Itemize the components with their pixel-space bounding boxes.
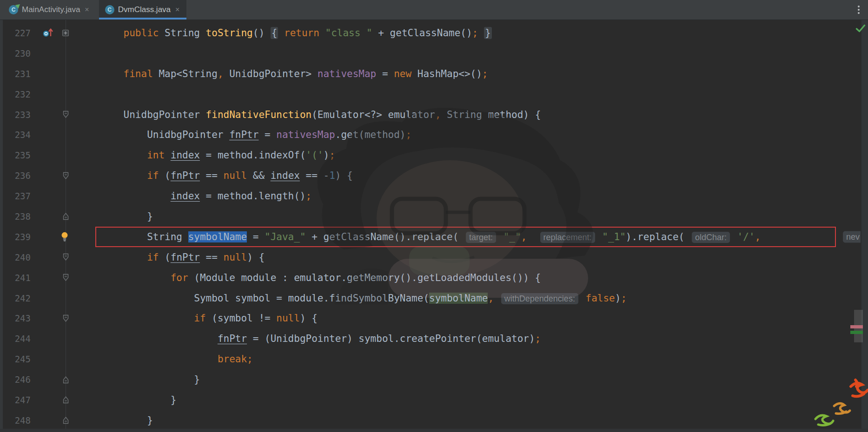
fold-expand-start-icon[interactable] — [59, 253, 73, 261]
code-token: findNativeFunction — [206, 109, 312, 120]
error-stripe-mark-pink[interactable] — [850, 325, 863, 328]
code-token: 1 — [329, 170, 335, 181]
gutter-line-number[interactable]: 243 — [0, 313, 37, 323]
code-token — [165, 150, 171, 161]
code-token: "class " — [325, 27, 372, 39]
code-token: (symbol != — [206, 313, 277, 324]
code-text: int index = method.indexOf('('); — [73, 150, 335, 161]
code-line: 232 — [0, 84, 861, 105]
code-text: public String toString() { return "class… — [73, 27, 492, 39]
code-text: for (Module module : emulator.getMemory(… — [73, 272, 541, 283]
code-line: 248 } — [0, 410, 861, 431]
fold-expand-end-icon[interactable] — [59, 376, 73, 384]
code-token: () — [253, 27, 271, 39]
code-token — [527, 231, 538, 242]
tab-mainactivity[interactable]: C MainActivity.java × — [3, 0, 96, 20]
gutter-line-number[interactable]: 239 — [0, 232, 37, 242]
code-token: ( — [159, 170, 170, 181]
code-token — [731, 231, 737, 242]
fold-expand-start-icon[interactable] — [59, 111, 73, 118]
lightbulb-icon[interactable] — [54, 232, 75, 242]
gutter-line-number[interactable]: 231 — [0, 69, 37, 79]
code-token: } — [484, 27, 492, 39]
code-token: , — [521, 231, 527, 242]
code-token — [478, 27, 484, 39]
code-token: , — [218, 68, 224, 79]
fold-expand-start-icon[interactable] — [59, 314, 73, 322]
code-line: 240 if (fnPtr == null) { — [0, 247, 861, 268]
code-line: 241 for (Module module : emulator.getMem… — [0, 268, 861, 288]
close-icon[interactable]: × — [175, 6, 179, 14]
code-token — [278, 27, 284, 39]
inlay-hint: withDependencies: — [501, 293, 578, 304]
gutter-line-number[interactable]: 232 — [0, 89, 37, 99]
fold-expand-start-icon[interactable] — [59, 274, 73, 281]
code-token: { — [271, 27, 278, 39]
code-token: + getClassName().replace( — [306, 231, 464, 242]
fold-collapsed-icon[interactable] — [59, 29, 73, 37]
fold-expand-start-icon[interactable] — [59, 172, 73, 180]
code-token: (Module module : emulator.getMemory().ge… — [188, 272, 541, 283]
error-stripe[interactable] — [861, 20, 868, 432]
inlay-hint: target: — [466, 232, 496, 243]
tab-label: DvmClass.java — [118, 5, 171, 14]
code-token: , — [488, 293, 494, 304]
gutter-line-number[interactable]: 233 — [0, 110, 37, 120]
code-text: if (symbol != null) { — [73, 313, 318, 324]
gutter-line-number[interactable]: 240 — [0, 252, 37, 262]
gutter-line-number[interactable]: 245 — [0, 354, 37, 364]
code-token: ; — [247, 353, 253, 365]
gutter-line-number[interactable]: 235 — [0, 150, 37, 160]
code-line: 244 fnPtr = (UnidbgPointer) symbol.creat… — [0, 328, 861, 349]
code-text: break; — [73, 353, 253, 365]
overrides-method-icon[interactable] — [37, 28, 59, 38]
code-token — [580, 293, 586, 304]
gutter-line-number[interactable]: 241 — [0, 273, 37, 283]
fold-expand-end-icon[interactable] — [59, 396, 73, 404]
code-token: ) { — [247, 252, 265, 263]
gutter-line-number[interactable]: 247 — [0, 395, 37, 405]
gutter-line-number[interactable]: 242 — [0, 293, 37, 303]
inspections-ok-icon[interactable] — [855, 24, 866, 33]
gutter-line-number[interactable]: 238 — [0, 211, 37, 222]
code-text: Symbol symbol = module.findSymbolByName(… — [73, 293, 627, 304]
code-token: nativesMap — [318, 68, 376, 79]
code-token: null — [224, 252, 247, 263]
more-options-icon[interactable] — [856, 4, 861, 16]
code-line: 227 public String toString() { return "c… — [0, 23, 861, 43]
code-token: ; — [329, 150, 335, 161]
gutter-line-number[interactable]: 237 — [0, 191, 37, 201]
tab-dvmclass[interactable]: C DvmClass.java × — [99, 0, 187, 20]
code-token: public — [124, 27, 159, 39]
code-token: for — [171, 272, 188, 283]
code-token: = — [376, 68, 394, 79]
code-token: UnidbgPointer — [147, 129, 229, 140]
gutter-line-number[interactable]: 234 — [0, 130, 37, 140]
code-token: index — [271, 170, 300, 181]
code-token: ; — [405, 129, 411, 140]
code-token: } — [147, 415, 153, 426]
code-line: 237 index = method.length(); — [0, 186, 861, 206]
code-token — [494, 293, 500, 304]
code-token: fnPtr — [171, 170, 200, 181]
gutter-line-number[interactable]: 227 — [0, 28, 37, 38]
code-text: if (fnPtr == null && index == -1) { — [73, 170, 353, 181]
gutter-line-number[interactable]: 236 — [0, 170, 37, 181]
code-token: ).replace( — [626, 231, 690, 242]
horizontal-scrollbar-track[interactable] — [0, 429, 868, 432]
gutter-line-number[interactable]: 230 — [0, 48, 37, 59]
code-token: UnidbgPointer — [124, 109, 206, 120]
code-token: && — [247, 170, 271, 181]
code-token: ; — [535, 333, 541, 344]
close-icon[interactable]: × — [85, 6, 89, 14]
code-text: } — [73, 415, 153, 426]
error-stripe-mark-green[interactable] — [850, 331, 863, 334]
code-token: toString — [206, 27, 253, 39]
fold-expand-end-icon[interactable] — [59, 212, 73, 220]
fold-expand-end-icon[interactable] — [59, 416, 73, 424]
run-overlay-icon — [15, 2, 21, 8]
gutter-line-number[interactable]: 248 — [0, 415, 37, 425]
code-line: 239 String symbolName = "Java_" + getCla… — [0, 227, 861, 247]
gutter-line-number[interactable]: 246 — [0, 374, 37, 385]
gutter-line-number[interactable]: 244 — [0, 334, 37, 344]
